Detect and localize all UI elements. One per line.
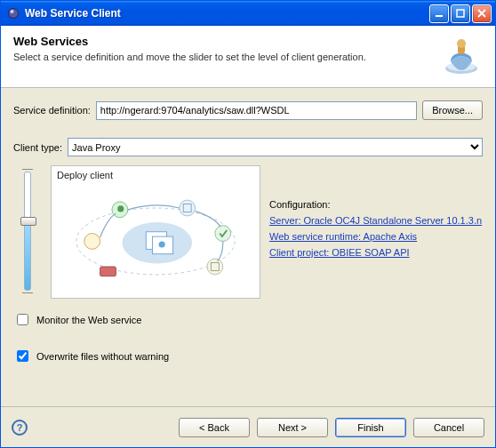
wizard-icon [440, 35, 483, 77]
runtime-link[interactable]: Web service runtime: Apache Axis [269, 231, 483, 242]
help-button[interactable]: ? [12, 420, 28, 436]
footer: ? < Back Next > Finish Cancel [1, 406, 495, 447]
maximize-button[interactable] [451, 4, 470, 23]
finish-button[interactable]: Finish [335, 418, 406, 437]
service-definition-input[interactable] [96, 101, 417, 120]
minimize-button[interactable] [429, 4, 449, 23]
content: Service definition: Browse... Client typ… [1, 88, 495, 364]
configuration-heading: Configuration: [269, 199, 483, 210]
svg-point-19 [215, 226, 231, 242]
svg-rect-3 [436, 15, 443, 17]
svg-rect-22 [100, 267, 116, 276]
configuration-panel: Configuration: Server: Oracle OC4J Stand… [269, 165, 483, 299]
page-subtitle: Select a service definition and move the… [13, 52, 440, 62]
generation-level-slider[interactable] [20, 169, 36, 293]
svg-point-1 [9, 9, 18, 18]
client-type-label: Client type: [13, 142, 62, 153]
svg-point-16 [117, 205, 124, 212]
page-title: Web Services [13, 35, 440, 48]
svg-point-17 [180, 200, 196, 216]
slider-thumb[interactable] [20, 217, 36, 226]
overwrite-checkbox[interactable] [17, 350, 28, 362]
svg-point-8 [457, 39, 466, 48]
svg-point-13 [159, 241, 165, 247]
server-link[interactable]: Server: Oracle OC4J Standalone Server 10… [269, 215, 483, 226]
svg-rect-4 [457, 10, 464, 17]
titlebar: Web Service Client [1, 1, 495, 26]
back-button[interactable]: < Back [179, 418, 250, 437]
next-button[interactable]: Next > [257, 418, 328, 437]
svg-point-14 [84, 234, 100, 250]
banner: Web Services Select a service definition… [1, 26, 495, 88]
monitor-label[interactable]: Monitor the Web service [36, 315, 141, 325]
close-button[interactable] [472, 4, 492, 23]
svg-point-2 [11, 10, 14, 13]
client-type-select[interactable]: Java Proxy [68, 138, 483, 156]
browse-button[interactable]: Browse... [422, 100, 483, 120]
svg-point-20 [207, 259, 223, 275]
diagram-canvas [60, 184, 251, 291]
window-title: Web Service Client [25, 7, 429, 20]
monitor-checkbox[interactable] [17, 314, 28, 325]
app-icon [6, 6, 20, 20]
diagram-title: Deploy client [57, 170, 254, 180]
cancel-button[interactable]: Cancel [413, 418, 484, 437]
service-definition-label: Service definition: [13, 105, 91, 116]
overwrite-label[interactable]: Overwrite files without warning [36, 351, 169, 362]
client-project-link[interactable]: Client project: OBIEE SOAP API [269, 247, 483, 258]
diagram-panel: Deploy client [51, 165, 260, 299]
